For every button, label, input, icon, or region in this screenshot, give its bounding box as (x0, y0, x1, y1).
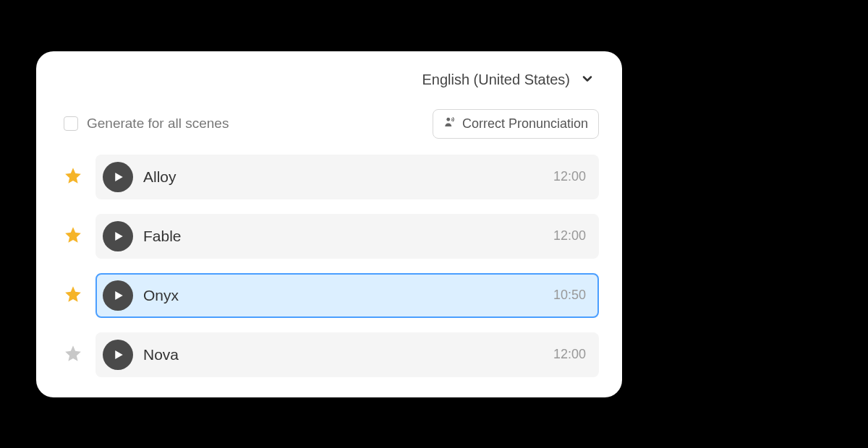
svg-point-0 (446, 117, 450, 121)
voice-item-alloy[interactable]: Alloy 12:00 (95, 155, 599, 199)
voice-item-onyx[interactable]: Onyx 10:50 (95, 273, 599, 318)
voice-row: Alloy 12:00 (64, 155, 599, 199)
voice-name: Onyx (143, 287, 543, 304)
voice-time: 12:00 (553, 228, 586, 244)
checkbox-icon (64, 116, 78, 131)
person-speaking-icon (443, 116, 456, 132)
voice-time: 10:50 (553, 288, 586, 303)
generate-all-scenes-checkbox[interactable]: Generate for all scenes (64, 116, 229, 132)
voice-row: Onyx 10:50 (64, 273, 599, 318)
play-icon[interactable] (103, 340, 133, 370)
voice-row: Fable 12:00 (64, 214, 599, 259)
language-selected-label: English (United States) (422, 72, 570, 88)
options-row: Generate for all scenes Correct Pronunci… (59, 109, 599, 139)
correct-pronunciation-button[interactable]: Correct Pronunciation (433, 109, 599, 139)
voice-item-fable[interactable]: Fable 12:00 (95, 214, 599, 259)
star-icon[interactable] (64, 225, 82, 247)
voice-name: Fable (143, 228, 543, 245)
voice-name: Nova (143, 346, 543, 363)
star-icon[interactable] (64, 344, 82, 366)
voice-name: Alloy (143, 168, 543, 186)
star-icon[interactable] (64, 285, 82, 306)
chevron-down-icon[interactable] (580, 72, 595, 89)
generate-all-label: Generate for all scenes (87, 116, 229, 132)
voice-row: Nova 12:00 (64, 332, 599, 377)
correct-pronunciation-label: Correct Pronunciation (462, 116, 588, 132)
star-icon[interactable] (64, 166, 82, 188)
play-icon[interactable] (103, 221, 133, 251)
voice-time: 12:00 (553, 347, 586, 362)
play-icon[interactable] (103, 162, 133, 192)
voice-selection-card: English (United States) Generate for all… (36, 51, 622, 397)
voice-item-nova[interactable]: Nova 12:00 (95, 332, 599, 377)
play-icon[interactable] (103, 280, 133, 311)
language-selector[interactable]: English (United States) (59, 72, 599, 89)
voice-list: Alloy 12:00 Fable 12:00 (59, 155, 599, 377)
voice-time: 12:00 (553, 169, 586, 184)
